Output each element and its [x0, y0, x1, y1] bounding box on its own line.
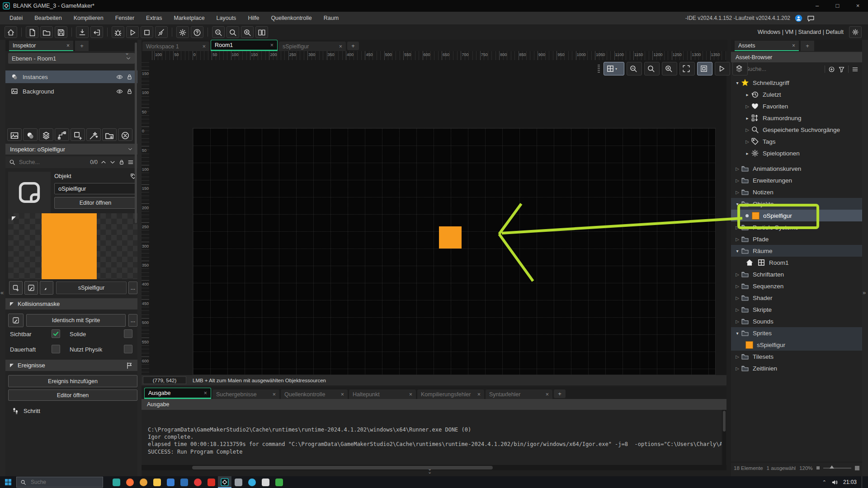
grid-tool-button[interactable]: ▾	[604, 62, 624, 75]
chevron-expanded-icon[interactable]: ▾	[734, 80, 741, 85]
layers-dropdown[interactable]: Ebenen - Room1	[8, 53, 135, 64]
output-tab-suchergebnisse[interactable]: Suchergebnisse×	[212, 389, 279, 399]
feedback-chat-icon[interactable]	[807, 14, 815, 22]
taskbar-app-app-gray[interactable]	[231, 476, 245, 488]
menu-item-hilfe[interactable]: Hilfe	[242, 12, 265, 24]
chevron-collapsed-icon[interactable]: ▷	[734, 225, 741, 230]
asset-tree-item-sequenzen[interactable]: ▷Sequenzen	[731, 280, 862, 292]
output-tab-syntaxfehler[interactable]: Syntaxfehler×	[486, 389, 552, 399]
taskbar-app-firefox[interactable]	[123, 476, 137, 488]
output-hscrollbar[interactable]	[142, 465, 726, 470]
asset-tree-item-raumordnung[interactable]: ▸Raumordnung	[731, 112, 862, 124]
zoom-slider-thumb[interactable]	[830, 465, 834, 469]
open-project-button[interactable]	[40, 26, 53, 38]
asset-tree-item-sounds[interactable]: ▷Sounds	[731, 315, 862, 327]
taskbar-search[interactable]	[16, 477, 103, 488]
close-tab-icon[interactable]: ×	[546, 391, 549, 398]
sprite-name-field[interactable]: sSpielfigur	[56, 282, 127, 294]
menu-item-quellenkontrolle[interactable]: Quellenkontrolle	[265, 12, 317, 24]
taskbar-app-app-blue[interactable]	[164, 476, 177, 488]
taskbar-app-telegram[interactable]	[245, 476, 259, 488]
tile-layer-button[interactable]	[71, 128, 85, 141]
close-tab-icon[interactable]: ×	[203, 43, 206, 50]
clock-text[interactable]: 21:03	[843, 479, 857, 485]
paint-sprite-button[interactable]	[40, 281, 53, 295]
chevron-collapsed-icon[interactable]: ▷	[744, 139, 751, 144]
asset-tree-item-räume[interactable]: ▾Räume	[731, 245, 862, 257]
workspace-tab-room1[interactable]: Room1×	[211, 40, 278, 51]
stop-button[interactable]	[141, 26, 153, 38]
asset-tree-item-gespeicherte-suchvorgänge[interactable]: ▷Gespeicherte Suchvorgänge	[731, 124, 862, 136]
sprite-preview[interactable]	[8, 213, 137, 279]
lock-icon[interactable]	[126, 88, 133, 95]
menu-item-layouts[interactable]: Layouts	[211, 12, 242, 24]
chevron-collapsed-icon[interactable]: ▷	[744, 104, 751, 109]
add-asset-icon[interactable]	[828, 66, 835, 73]
chevron-collapsed-icon[interactable]: ▷	[734, 237, 741, 242]
start-button[interactable]	[0, 476, 16, 488]
inspector-search-input[interactable]	[18, 159, 87, 166]
asset-tree-item-zeitlinien[interactable]: ▷Zeitlinien	[731, 362, 862, 374]
add-tab-button[interactable]: +	[801, 41, 814, 51]
hamburger-menu-icon[interactable]	[852, 66, 859, 73]
target-settings-button[interactable]	[849, 26, 862, 38]
help-button[interactable]	[191, 26, 203, 38]
checkbox-dauerhaft[interactable]	[52, 345, 60, 353]
chevron-collapsed-icon[interactable]: ▷	[734, 354, 741, 359]
chevron-collapsed-icon[interactable]: ▷	[734, 178, 741, 183]
taskbar-app-app-amber[interactable]	[137, 476, 150, 488]
asset-tree-item-tilesets[interactable]: ▷Tilesets	[731, 351, 862, 362]
asset-tree-item-sprites[interactable]: ▾Sprites	[731, 327, 862, 339]
chevron-collapsed-icon[interactable]: ▷	[734, 366, 741, 371]
output-tab-quellenkontrolle[interactable]: Quellenkontrolle×	[281, 389, 348, 399]
chevron-up-icon[interactable]	[100, 159, 107, 165]
menu-item-kompilieren[interactable]: Kompilieren	[68, 12, 109, 24]
taskbar-app-pdf-reader[interactable]	[204, 476, 218, 488]
collapse-triangle-icon[interactable]	[12, 216, 16, 221]
menu-item-bearbeiten[interactable]: Bearbeiten	[28, 12, 67, 24]
new-sprite-button[interactable]	[9, 281, 23, 295]
tray-expand-icon[interactable]: ⌃	[822, 479, 826, 485]
save-project-button[interactable]	[55, 26, 67, 38]
asset-tree-item-favoriten[interactable]: ▷Favoriten	[731, 100, 862, 112]
close-tab-icon[interactable]: ×	[204, 390, 207, 396]
asset-tree-item-ospielfigur[interactable]: oSpielfigur	[731, 210, 862, 221]
eye-icon[interactable]	[116, 88, 123, 95]
add-event-button[interactable]: Ereignis hinzufügen	[8, 375, 137, 387]
chevron-collapsed-icon[interactable]: ▸	[744, 151, 751, 156]
chevron-collapsed-icon[interactable]: ▷	[744, 127, 751, 132]
event-row-schritt[interactable]: Schritt	[5, 404, 137, 418]
object-thumbnail[interactable]	[8, 172, 51, 213]
close-tab-icon[interactable]: ×	[341, 391, 344, 398]
output-vscrollbar[interactable]	[722, 410, 726, 465]
chevron-collapsed-icon[interactable]: ▷	[734, 190, 741, 195]
path-layer-button[interactable]	[55, 128, 69, 141]
lock-icon[interactable]	[126, 74, 133, 80]
zoom-in-button[interactable]	[241, 26, 254, 38]
debug-button[interactable]	[112, 26, 124, 38]
fit-view-button[interactable]	[679, 62, 695, 75]
collapse-left-icon[interactable]: «	[0, 289, 4, 296]
delete-button[interactable]	[118, 128, 132, 141]
taskbar-app-app-light[interactable]	[259, 476, 272, 488]
taskbar-app-file-explorer[interactable]	[150, 476, 164, 488]
tab-inspektor[interactable]: Inspektor ×	[9, 41, 73, 51]
asset-tree-item-zuletzt[interactable]: ▸Zuletzt	[731, 89, 862, 100]
filter-icon[interactable]	[838, 66, 845, 73]
asset-search-input[interactable]	[745, 66, 821, 73]
taskbar-app-gamemaker[interactable]	[218, 476, 231, 488]
flag-icon[interactable]	[126, 362, 133, 369]
room-canvas[interactable]	[149, 60, 726, 375]
asset-layer-button[interactable]	[39, 128, 53, 141]
add-tab-button[interactable]: +	[75, 41, 89, 51]
events-section-header[interactable]: Ereignisse	[5, 360, 137, 371]
collapse-right-icon[interactable]: »	[863, 289, 866, 296]
output-log[interactable]: C:\ProgramData\GameMakerStudio2\Cache\ru…	[142, 410, 722, 465]
chevron-collapsed-icon[interactable]: ▷	[734, 166, 741, 171]
workspace-tab-sspielfigur[interactable]: sSpielfigur×	[279, 42, 346, 51]
chevron-collapsed-icon[interactable]: ▸	[744, 116, 751, 121]
output-tab-haltepunkt[interactable]: Haltepunkt×	[349, 389, 416, 399]
lock-icon[interactable]	[118, 159, 125, 165]
output-collapse-handle[interactable]: ⌄⌄	[428, 467, 432, 474]
zoom-reset-button[interactable]	[226, 26, 239, 38]
